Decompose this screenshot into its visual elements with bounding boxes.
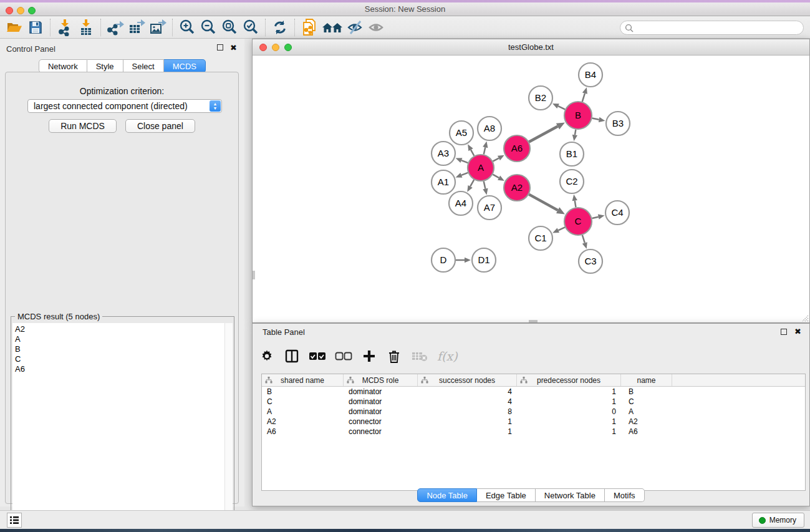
edge-A6-B[interactable] xyxy=(529,127,557,142)
table-row[interactable]: Cdominator41C xyxy=(262,397,805,407)
graph-node-label-B3: B3 xyxy=(612,118,624,128)
float-panel-icon[interactable] xyxy=(781,328,787,337)
run-mcds-button[interactable]: Run MCDS xyxy=(49,119,117,133)
cell-successor-nodes: 1 xyxy=(418,417,517,426)
edge-B-B4[interactable] xyxy=(582,94,585,102)
main-toolbar xyxy=(0,16,810,39)
edge-C-C1[interactable] xyxy=(558,227,565,230)
tab-network[interactable]: Network xyxy=(39,59,87,73)
mcds-result-scrollbar[interactable] xyxy=(224,323,233,525)
function-builder-button: f(x) xyxy=(437,347,458,365)
edge-A-A8[interactable] xyxy=(484,147,486,154)
delete-table-icon xyxy=(411,351,428,362)
node-table[interactable]: shared nameMCDS rolesuccessor nodesprede… xyxy=(261,374,806,491)
edge-B-B2[interactable] xyxy=(558,106,565,109)
zoom-out-icon xyxy=(200,19,217,36)
network-window-titlebar[interactable]: testGlobe.txt xyxy=(253,39,809,56)
cell-shared-name: B xyxy=(262,387,344,396)
plus-icon xyxy=(362,349,376,363)
mcds-result-item[interactable]: C xyxy=(15,354,224,364)
tab-edge-table[interactable]: Edge Table xyxy=(477,488,536,502)
edge-B-B3[interactable] xyxy=(592,118,599,120)
cell-successor-nodes: 4 xyxy=(418,397,517,406)
eye-slash-icon xyxy=(347,19,364,36)
cell-shared-name: C xyxy=(262,397,344,406)
new-column-button[interactable] xyxy=(361,347,377,365)
select-all-button[interactable] xyxy=(309,347,326,365)
edge-A-A4[interactable] xyxy=(470,180,474,186)
edge-C-C2[interactable] xyxy=(575,201,576,208)
show-all-button[interactable] xyxy=(366,18,387,37)
network-window: testGlobe.txt B4B2BB3A5A8A6B1A3AA1C2A2A4… xyxy=(252,39,810,323)
network-canvas[interactable]: B4B2BB3A5A8A6B1A3AA1C2A2A4A7C4CC1DD1C3 xyxy=(253,56,809,322)
refresh-button[interactable] xyxy=(269,18,291,37)
memory-button[interactable]: Memory xyxy=(752,513,804,528)
edge-A-A5[interactable] xyxy=(471,150,474,156)
open-session-button[interactable] xyxy=(4,18,25,37)
graph-node-label-A2: A2 xyxy=(511,182,523,193)
tab-node-table[interactable]: Node Table xyxy=(417,488,477,502)
zoom-selected-button[interactable] xyxy=(240,18,261,37)
deselect-all-button[interactable] xyxy=(335,347,352,365)
edge-A-A6[interactable] xyxy=(493,158,498,162)
edge-A-A3[interactable] xyxy=(461,160,468,163)
memory-label: Memory xyxy=(769,516,796,525)
resize-grip[interactable] xyxy=(800,313,809,322)
table-mode-button[interactable] xyxy=(259,347,275,365)
tab-style[interactable]: Style xyxy=(87,59,123,73)
save-session-button[interactable] xyxy=(25,18,46,37)
export-table-button[interactable] xyxy=(126,18,147,37)
table-row[interactable]: Bdominator41B xyxy=(262,387,805,397)
mcds-result-item[interactable]: B xyxy=(15,344,224,354)
first-neighbors-button[interactable] xyxy=(320,18,345,37)
zoom-in-button[interactable] xyxy=(176,18,198,37)
edge-C-C3[interactable] xyxy=(582,235,585,243)
task-history-button[interactable] xyxy=(7,513,22,528)
new-network-from-selection-button[interactable] xyxy=(299,18,320,37)
horizontal-scroll-stub[interactable] xyxy=(529,320,538,322)
column-header-shared-name[interactable]: shared name xyxy=(262,374,344,386)
close-panel-icon[interactable]: ✖ xyxy=(794,327,801,336)
tab-mcds[interactable]: MCDS xyxy=(164,59,206,73)
edge-A-A7[interactable] xyxy=(484,181,486,188)
export-network-button[interactable] xyxy=(105,18,126,37)
export-network-icon xyxy=(106,19,125,36)
delete-column-button[interactable] xyxy=(386,347,402,365)
workspace: Control Panel ✖ NetworkStyleSelectMCDS O… xyxy=(0,39,810,510)
table-row[interactable]: A6connector11A6 xyxy=(262,427,805,437)
zoom-out-button[interactable] xyxy=(198,18,219,37)
tab-select[interactable]: Select xyxy=(123,59,164,73)
export-image-button[interactable] xyxy=(147,18,168,37)
zoom-fit-icon xyxy=(221,19,238,36)
tab-motifs[interactable]: Motifs xyxy=(605,488,645,502)
import-table-button[interactable] xyxy=(75,18,97,37)
mcds-result-item[interactable]: A xyxy=(15,334,224,344)
optimization-criterion-select[interactable]: largest connected component (directed) ▲… xyxy=(27,99,222,113)
table-row[interactable]: Adominator80A xyxy=(262,407,805,417)
column-header-name[interactable]: name xyxy=(621,374,672,386)
column-header-MCDS-role[interactable]: MCDS role xyxy=(344,374,418,386)
edge-arrowhead-B-B3 xyxy=(599,117,605,122)
tab-network-table[interactable]: Network Table xyxy=(536,488,605,502)
edge-A2-C[interactable] xyxy=(529,195,557,211)
graph-node-label-B4: B4 xyxy=(585,69,596,80)
close-panel-button[interactable]: Close panel xyxy=(125,119,195,133)
hide-selected-button[interactable] xyxy=(345,18,366,37)
table-row[interactable]: A2connector11A2 xyxy=(262,417,805,427)
float-panel-icon[interactable] xyxy=(217,44,223,52)
mcds-result-item[interactable]: A6 xyxy=(15,364,224,374)
vertical-scroll-stub[interactable] xyxy=(253,271,255,279)
mcds-result-list[interactable]: A2ABCA6 xyxy=(12,323,224,525)
edge-A-A1[interactable] xyxy=(461,173,468,175)
search-input[interactable] xyxy=(620,21,804,35)
edge-A-A2[interactable] xyxy=(493,175,499,178)
edge-C-C4[interactable] xyxy=(592,217,598,218)
zoom-fit-button[interactable] xyxy=(219,18,240,37)
column-header-successor-nodes[interactable]: successor nodes xyxy=(418,374,517,386)
close-panel-icon[interactable]: ✖ xyxy=(230,44,237,52)
column-header-predecessor-nodes[interactable]: predecessor nodes xyxy=(517,374,621,386)
edge-B-B1[interactable] xyxy=(575,130,576,135)
mcds-result-item[interactable]: A2 xyxy=(15,324,224,334)
column-selector-button[interactable] xyxy=(284,347,300,365)
import-network-button[interactable] xyxy=(54,18,75,37)
